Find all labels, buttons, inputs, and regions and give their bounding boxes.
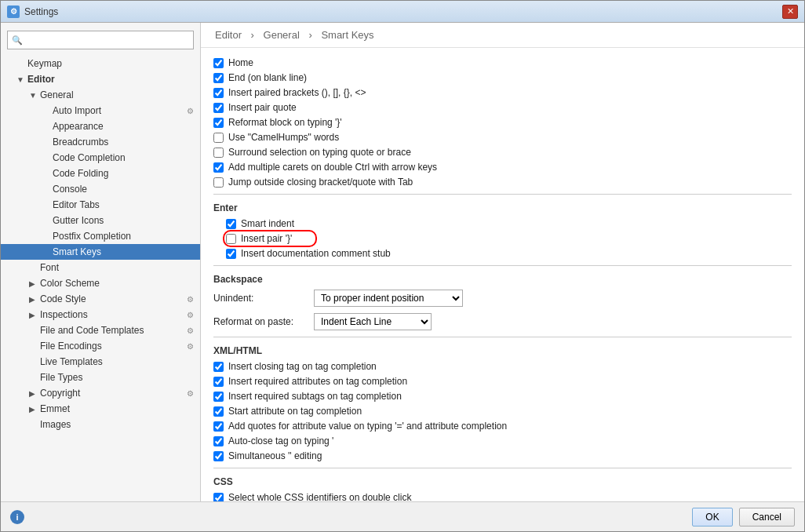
- reformat-select[interactable]: Indent Each Line: [314, 313, 432, 330]
- checkbox-insert-paired-brackets[interactable]: [213, 88, 224, 98]
- unindent-row: Unindent: To proper indent position: [213, 290, 792, 307]
- sidebar-item-file-code-templates[interactable]: File and Code Templates⚙: [1, 322, 200, 338]
- sidebar-item-inspections[interactable]: ▶Inspections⚙: [1, 307, 200, 322]
- sidebar-item-emmet[interactable]: ▶Emmet: [1, 401, 200, 417]
- sidebar-item-images[interactable]: Images: [1, 417, 200, 432]
- sidebar-item-copyright[interactable]: ▶Copyright⚙: [1, 385, 200, 401]
- sidebar-item-postfix-completion[interactable]: Postfix Completion: [1, 228, 200, 244]
- checkbox-start-attribute[interactable]: [213, 406, 224, 417]
- checkbox-auto-close-tag[interactable]: [213, 436, 224, 446]
- checkbox-label-home: Home: [228, 57, 253, 68]
- search-input[interactable]: [7, 31, 194, 49]
- sidebar-item-label: Code Completion: [53, 152, 126, 163]
- checkbox-row-reformat-block: Reformat block on typing '}': [213, 117, 792, 128]
- arrow-icon: ▶: [29, 405, 37, 414]
- sidebar-item-code-completion[interactable]: Code Completion: [1, 150, 200, 166]
- sidebar-item-editor[interactable]: ▼Editor: [1, 71, 200, 87]
- checkbox-reformat-block[interactable]: [213, 118, 224, 128]
- sidebar-item-label: Breadcrumbs: [53, 137, 108, 148]
- sidebar-item-editor-tabs[interactable]: Editor Tabs: [1, 197, 200, 213]
- sidebar-item-label: Editor Tabs: [53, 199, 100, 210]
- arrow-spacer: [42, 169, 49, 178]
- breadcrumb-general: General: [264, 29, 300, 41]
- checkbox-row-insert-pair-brace: Insert pair '}': [226, 233, 792, 244]
- gear-icon: ⚙: [187, 311, 194, 319]
- arrow-spacer: [42, 107, 49, 115]
- sidebar-item-auto-import[interactable]: Auto Import⚙: [1, 103, 200, 118]
- sidebar-item-code-style[interactable]: ▶Code Style⚙: [1, 291, 200, 307]
- footer: i OK Cancel: [1, 501, 804, 531]
- checkbox-surround-selection[interactable]: [213, 148, 224, 158]
- checkbox-jump-outside[interactable]: [213, 177, 224, 188]
- checkbox-label-surround-selection: Surround selection on typing quote or br…: [228, 147, 411, 158]
- gear-icon: ⚙: [187, 389, 194, 398]
- info-icon: i: [10, 510, 24, 524]
- arrow-spacer: [42, 122, 49, 131]
- checkbox-label-auto-close-tag: Auto-close tag on typing ': [228, 435, 333, 446]
- checkbox-home[interactable]: [213, 58, 224, 68]
- sidebar-item-gutter-icons[interactable]: Gutter Icons: [1, 213, 200, 228]
- checkbox-simultaneous-tag[interactable]: [213, 451, 224, 461]
- sidebar-item-label: File and Code Templates: [40, 325, 144, 336]
- checkbox-end-blank[interactable]: [213, 73, 224, 83]
- checkbox-insert-required-attrs[interactable]: [213, 377, 224, 387]
- unindent-select[interactable]: To proper indent position: [314, 290, 463, 307]
- main-panel: Editor › General › Smart Keys HomeEnd (o…: [201, 23, 804, 501]
- gear-icon: ⚙: [187, 326, 194, 335]
- sidebar-item-label: Code Folding: [53, 168, 108, 179]
- checkbox-label-camel-humps: Use "CamelHumps" words: [228, 132, 339, 143]
- checkbox-label-reformat-block: Reformat block on typing '}': [228, 117, 342, 128]
- checkbox-insert-pair-quote[interactable]: [213, 103, 224, 113]
- checkbox-insert-required-subtags[interactable]: [213, 392, 224, 402]
- sidebar-item-label: Gutter Icons: [53, 215, 104, 226]
- sidebar-item-font[interactable]: Font: [1, 260, 200, 275]
- sidebar-item-breadcrumbs[interactable]: Breadcrumbs: [1, 134, 200, 150]
- checkbox-label-end-blank: End (on blank line): [228, 72, 307, 83]
- sidebar-item-label: Keymap: [27, 58, 62, 69]
- sidebar-item-keymap[interactable]: Keymap: [1, 56, 200, 71]
- reformat-label: Reformat on paste:: [213, 316, 308, 327]
- search-box[interactable]: 🔍: [7, 31, 194, 49]
- search-icon: 🔍: [12, 35, 23, 46]
- checkbox-insert-closing-tag[interactable]: [213, 362, 224, 372]
- checkbox-insert-doc-comment[interactable]: [226, 249, 236, 259]
- sidebar-item-console[interactable]: Console: [1, 181, 200, 197]
- checkbox-row-home: Home: [213, 57, 792, 68]
- sidebar-item-label: General: [40, 89, 74, 100]
- sidebar-item-file-encodings[interactable]: File Encodings⚙: [1, 338, 200, 354]
- checkbox-label-simultaneous-tag: Simultaneous '' editing: [228, 450, 322, 461]
- arrow-icon: ▶: [29, 389, 37, 398]
- checkbox-camel-humps[interactable]: [213, 133, 224, 143]
- checkbox-row-insert-pair-quote: Insert pair quote: [213, 102, 792, 113]
- gear-icon: ⚙: [187, 295, 194, 304]
- sidebar-item-color-scheme[interactable]: ▶Color Scheme: [1, 275, 200, 291]
- checkbox-insert-pair-brace[interactable]: [226, 234, 236, 244]
- arrow-icon: ▶: [29, 295, 37, 304]
- sidebar-item-label: Postfix Completion: [53, 231, 131, 242]
- checkbox-smart-indent[interactable]: [226, 219, 236, 229]
- sidebar-item-label: File Encodings: [40, 341, 102, 352]
- sidebar-item-appearance[interactable]: Appearance: [1, 118, 200, 134]
- sidebar-item-general[interactable]: ▼General: [1, 87, 200, 103]
- cancel-button[interactable]: Cancel: [739, 508, 795, 527]
- arrow-spacer: [29, 358, 37, 366]
- checkbox-label-start-attribute: Start attribute on tag completion: [228, 406, 362, 417]
- sidebar-item-code-folding[interactable]: Code Folding: [1, 166, 200, 181]
- checkbox-add-quotes[interactable]: [213, 421, 224, 432]
- checkbox-label-insert-pair-brace: Insert pair '}': [241, 233, 292, 244]
- close-button[interactable]: ✕: [782, 5, 798, 19]
- sidebar-item-live-templates[interactable]: Live Templates: [1, 354, 200, 370]
- ok-button[interactable]: OK: [692, 508, 732, 527]
- checkbox-row-camel-humps: Use "CamelHumps" words: [213, 132, 792, 143]
- sidebar: 🔍 Keymap▼Editor▼General Auto Import⚙ App…: [1, 23, 201, 501]
- sidebar-item-file-types[interactable]: File Types: [1, 370, 200, 385]
- breadcrumb-editor: Editor: [215, 29, 242, 41]
- arrow-spacer: [29, 421, 37, 429]
- divider-css: [213, 468, 792, 468]
- checkbox-select-css-identifiers[interactable]: [213, 493, 224, 502]
- arrow-spacer: [29, 342, 37, 351]
- enter-section-header: Enter: [213, 202, 792, 213]
- checkbox-add-multiple-carets[interactable]: [213, 162, 224, 173]
- sidebar-item-label: Font: [40, 262, 59, 273]
- sidebar-item-smart-keys[interactable]: Smart Keys: [1, 244, 200, 260]
